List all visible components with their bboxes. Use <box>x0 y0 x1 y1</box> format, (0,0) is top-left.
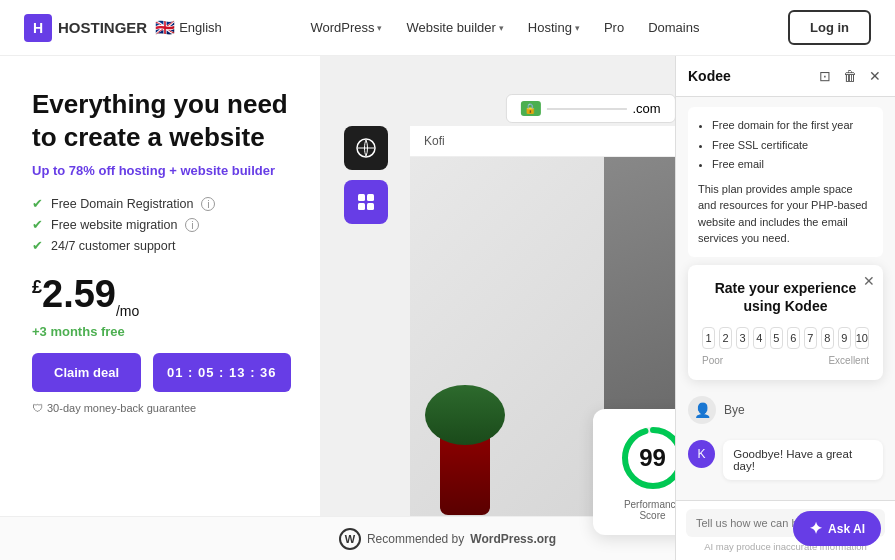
ask-ai-button[interactable]: ✦ Ask AI <box>793 511 881 546</box>
price-symbol: £ <box>32 277 42 297</box>
kodee-body: Free domain for the first year Free SSL … <box>676 97 895 500</box>
rating-1[interactable]: 1 <box>702 327 715 349</box>
feature-list: ✔ Free Domain Registration i ✔ Free webs… <box>32 196 296 253</box>
logo-h-letter: H <box>33 20 43 36</box>
hero-section: Everything you need to create a website … <box>0 56 320 560</box>
subtitle-highlight: 78% <box>69 163 95 178</box>
rating-10[interactable]: 10 <box>855 327 869 349</box>
list-item: ✔ 24/7 customer support <box>32 238 296 253</box>
chevron-down-icon: ▾ <box>377 23 382 33</box>
rating-8[interactable]: 8 <box>821 327 834 349</box>
bye-text: Bye <box>724 403 745 417</box>
chevron-down-icon: ▾ <box>499 23 504 33</box>
nav-item-pro[interactable]: Pro <box>604 20 624 35</box>
dashboard-icon[interactable] <box>344 180 388 224</box>
kodee-delete-button[interactable]: 🗑 <box>841 66 859 86</box>
check-icon: ✔ <box>32 217 43 232</box>
logo-text: HOSTINGER <box>58 19 147 36</box>
vase-decoration <box>440 435 490 515</box>
rating-6[interactable]: 6 <box>787 327 800 349</box>
recommended-text: Recommended by <box>367 532 464 546</box>
user-avatar: 👤 <box>688 396 716 424</box>
nav-item-domains[interactable]: Domains <box>648 20 699 35</box>
ask-ai-label: Ask AI <box>828 522 865 536</box>
rating-7[interactable]: 7 <box>804 327 817 349</box>
kodee-share-button[interactable]: ⊡ <box>817 66 833 86</box>
claim-deal-button[interactable]: Claim deal <box>32 353 141 392</box>
domain-bar: 🔒 .com <box>505 94 675 123</box>
rating-4[interactable]: 4 <box>753 327 766 349</box>
wordpress-org-label: WordPress.org <box>470 532 556 546</box>
ask-ai-icon: ✦ <box>809 519 822 538</box>
language-label: English <box>179 20 222 35</box>
svg-rect-4 <box>367 203 374 210</box>
nav-menu: WordPress ▾ Website builder ▾ Hosting ▾ … <box>310 20 699 35</box>
kodee-bye-row: 👤 Bye <box>688 388 883 432</box>
feature-text: Free website migration <box>51 218 177 232</box>
rating-9[interactable]: 9 <box>838 327 851 349</box>
kodee-header: Kodee ⊡ 🗑 ✕ <box>676 56 895 97</box>
rating-3[interactable]: 3 <box>736 327 749 349</box>
logo[interactable]: H HOSTINGER <box>24 14 147 42</box>
list-item: Free domain for the first year <box>712 117 873 134</box>
list-item: ✔ Free Domain Registration i <box>32 196 296 211</box>
list-item: Free email <box>712 156 873 173</box>
kodee-rating-card: ✕ Rate your experience using Kodee 1 2 3… <box>688 265 883 380</box>
info-icon: i <box>201 197 215 211</box>
navbar: H HOSTINGER 🇬🇧 English WordPress ▾ Websi… <box>0 0 895 56</box>
domain-suffix: .com <box>632 101 660 116</box>
nav-item-website-builder[interactable]: Website builder ▾ <box>406 20 503 35</box>
hero-subtitle: Up to 78% off hosting + website builder <box>32 163 296 178</box>
kodee-bot-avatar: K <box>688 440 715 468</box>
check-icon: ✔ <box>32 238 43 253</box>
feature-text: 24/7 customer support <box>51 239 175 253</box>
subtitle-prefix: Up to <box>32 163 69 178</box>
domain-input-line <box>546 108 626 110</box>
rating-numbers: 1 2 3 4 5 6 7 8 9 10 <box>702 327 869 349</box>
kodee-title: Kodee <box>688 68 731 84</box>
list-item: Free SSL certificate <box>712 137 873 154</box>
svg-rect-1 <box>358 194 365 201</box>
login-button[interactable]: Log in <box>788 10 871 45</box>
rating-5[interactable]: 5 <box>770 327 783 349</box>
wordpress-logo: W <box>339 528 361 550</box>
rating-poor-label: Poor <box>702 355 723 366</box>
kodee-info-body: This plan provides ample space and resou… <box>698 181 873 247</box>
subtitle-suffix: off hosting + website builder <box>95 163 275 178</box>
shield-icon: 🛡 <box>32 402 43 414</box>
nav-right: Log in <box>788 10 871 45</box>
info-icon: i <box>185 218 199 232</box>
cta-row: Claim deal 01 : 05 : 13 : 36 <box>32 353 296 392</box>
kodee-info-card: Free domain for the first year Free SSL … <box>688 107 883 257</box>
feature-text: Free Domain Registration <box>51 197 193 211</box>
site-icons <box>344 126 388 224</box>
nav-left: H HOSTINGER 🇬🇧 English <box>24 14 222 42</box>
kodee-close-button[interactable]: ✕ <box>867 66 883 86</box>
nav-item-hosting[interactable]: Hosting ▾ <box>528 20 580 35</box>
logo-icon: H <box>24 14 52 42</box>
kodee-actions: ⊡ 🗑 ✕ <box>817 66 883 86</box>
price-block: £2.59/mo <box>32 275 296 318</box>
list-item: ✔ Free website migration i <box>32 217 296 232</box>
wordpress-icon[interactable] <box>344 126 388 170</box>
chevron-down-icon: ▾ <box>575 23 580 33</box>
rating-2[interactable]: 2 <box>719 327 732 349</box>
guarantee-text: 🛡 30-day money-back guarantee <box>32 402 296 414</box>
price-extra: +3 months free <box>32 324 296 339</box>
rating-labels: Poor Excellent <box>702 355 869 366</box>
price-display: £2.59/mo <box>32 273 139 315</box>
flag-icon: 🇬🇧 <box>155 18 175 37</box>
main-content: Everything you need to create a website … <box>0 56 895 560</box>
language-selector[interactable]: 🇬🇧 English <box>155 18 222 37</box>
ssl-icon: 🔒 <box>520 101 540 116</box>
countdown-timer: 01 : 05 : 13 : 36 <box>153 353 291 392</box>
rating-excellent-label: Excellent <box>828 355 869 366</box>
hero-title: Everything you need to create a website <box>32 88 296 153</box>
kodee-panel: Kodee ⊡ 🗑 ✕ Free domain for the first ye… <box>675 56 895 560</box>
nav-item-wordpress[interactable]: WordPress ▾ <box>310 20 382 35</box>
price-value: 2.59 <box>42 273 116 315</box>
rating-title: Rate your experience using Kodee <box>702 279 869 315</box>
plant-decoration <box>425 385 505 445</box>
rating-close-button[interactable]: ✕ <box>863 273 875 289</box>
price-period: /mo <box>116 303 139 319</box>
